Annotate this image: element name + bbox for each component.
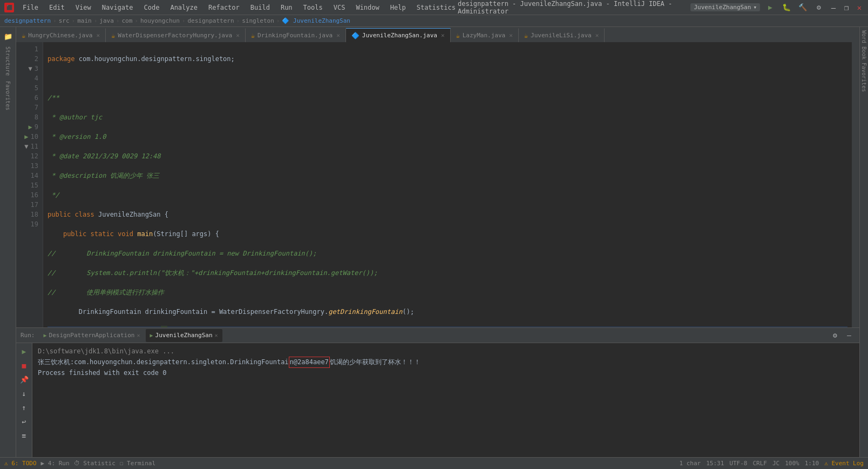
editor-scrollbar[interactable]: [852, 42, 859, 327]
build-button[interactable]: 🔨: [797, 2, 809, 14]
breadcrumb-part-3[interactable]: java: [99, 17, 114, 24]
close-button[interactable]: ✕: [855, 3, 864, 12]
wrap-button[interactable]: ↩: [18, 416, 30, 427]
status-statistic[interactable]: ⏱ Statistic: [74, 460, 116, 467]
line-2: 2: [16, 54, 38, 64]
tab-0[interactable]: ☕ HungryChinese.java ✕: [16, 28, 106, 42]
tab-1-label: WaterDispenserFactoryHungry.java: [118, 32, 232, 39]
bottom-tab-1[interactable]: ▶ JuvenileZhangSan ✕: [146, 329, 222, 342]
code-line-12: // System.out.println("饮水机："+drinkingFou…: [48, 268, 847, 278]
bottom-tab-0-close[interactable]: ✕: [137, 332, 140, 338]
pin-button[interactable]: 📌: [18, 373, 30, 385]
menu-window[interactable]: Window: [354, 3, 381, 12]
menu-tools[interactable]: Tools: [301, 3, 325, 12]
status-event-log[interactable]: ⚠ Event Log: [824, 460, 864, 467]
breadcrumb-part-8[interactable]: 🔷 JuvenileZhangSan: [282, 17, 350, 24]
bottom-tab-1-close[interactable]: ✕: [215, 332, 218, 338]
output-line-0: D:\software\jdk1.8\bin\java.exe ...: [38, 346, 854, 357]
menu-refactor[interactable]: Refactor: [206, 3, 242, 12]
tab-5-close[interactable]: ✕: [595, 32, 599, 39]
menu-vcs[interactable]: VCS: [331, 3, 348, 12]
right-sidebar: Word Book Favorites: [859, 27, 868, 457]
tab-3[interactable]: 🔷 JuvenileZhangSan.java ✕: [346, 28, 451, 42]
tab-3-close[interactable]: ✕: [441, 32, 445, 39]
menu-navigate[interactable]: Navigate: [100, 3, 135, 12]
breadcrumb-part-0[interactable]: designpattern: [4, 17, 51, 24]
bottom-settings-button[interactable]: ⚙: [829, 330, 841, 341]
settings-button[interactable]: ⚙: [813, 2, 825, 14]
bottom-tab-0-label: DesignPatternApplication: [49, 332, 135, 339]
status-terminal[interactable]: ☐ Terminal: [120, 460, 155, 467]
menu-run[interactable]: Run: [279, 3, 295, 12]
code-line-10: public static void main(String[] args) {: [48, 229, 847, 239]
status-run[interactable]: ▶ 4: Run: [41, 460, 70, 467]
tab-1[interactable]: ☕ WaterDispenserFactoryHungry.java ✕: [106, 28, 246, 42]
menu-build[interactable]: Build: [248, 3, 272, 12]
status-todo[interactable]: ⚠ 6: TODO: [4, 460, 37, 467]
breadcrumb-part-1[interactable]: src: [59, 17, 70, 24]
breadcrumb-part-2[interactable]: main: [77, 17, 92, 24]
tab-5[interactable]: ☕ JuvenileLiSi.java ✕: [519, 28, 605, 42]
tab-2-close[interactable]: ✕: [336, 32, 340, 39]
tab-1-close[interactable]: ✕: [236, 32, 240, 39]
left-sidebar: 📁 Structure Favorites: [0, 27, 16, 457]
scroll-down-button[interactable]: ↓: [18, 387, 30, 399]
tab-4-close[interactable]: ✕: [509, 32, 513, 39]
tab-2[interactable]: ☕ DrinkingFountain.java ✕: [246, 28, 346, 42]
bottom-minimize-button[interactable]: —: [843, 330, 855, 341]
sidebar-structure-label[interactable]: Structure: [5, 44, 11, 78]
line-3: ▼3: [16, 64, 38, 73]
word-book-label[interactable]: Word Book: [860, 29, 868, 61]
status-jc: JC: [772, 460, 779, 467]
run-config-selector[interactable]: JuvenileZhangSan ▾: [690, 3, 760, 11]
breadcrumb-part-6[interactable]: designpattern: [187, 17, 234, 24]
bottom-tabs-right: ⚙ —: [829, 330, 855, 341]
favorites-label[interactable]: Favorites: [860, 62, 868, 93]
tab-5-label: JuvenileLiSi.java: [531, 32, 592, 39]
bottom-tab-0[interactable]: ▶ DesignPatternApplication ✕: [39, 329, 145, 342]
run-panel-label: Run:: [21, 332, 35, 339]
run-button[interactable]: ▶: [764, 2, 776, 14]
code-line-7: * @description 饥渴的少年 张三: [48, 171, 847, 180]
breadcrumb-part-5[interactable]: houyongchun: [140, 17, 180, 24]
line-11: ▼11: [16, 142, 38, 151]
sidebar-favorites-label[interactable]: Favorites: [5, 79, 11, 112]
scroll-up-button[interactable]: ↑: [18, 401, 30, 413]
menu-edit[interactable]: Edit: [47, 3, 67, 12]
bottom-panel: Run: ▶ DesignPatternApplication ✕ ▶ Juve…: [16, 327, 859, 457]
line-7: 7: [16, 103, 38, 112]
menu-file[interactable]: File: [21, 3, 40, 12]
breadcrumb-part-4[interactable]: com: [121, 17, 132, 24]
line-13: 13: [16, 161, 38, 171]
output-text-1: 张三饮水机:com.houyongchun.designpattern.sing…: [38, 357, 289, 367]
status-line-sep[interactable]: CRLF: [752, 460, 767, 467]
breadcrumb-part-7[interactable]: singleton: [242, 17, 274, 24]
menu-statistics[interactable]: Statistics: [415, 3, 458, 12]
window-controls: JuvenileZhangSan ▾ ▶ 🐛 🔨 ⚙ — ❐ ✕: [690, 2, 864, 14]
tab-3-icon: 🔷: [351, 32, 360, 39]
code-line-2: [48, 73, 847, 83]
restore-button[interactable]: ❐: [842, 3, 851, 12]
run-again-button[interactable]: ▶: [18, 345, 30, 357]
line-18: 18: [16, 210, 38, 219]
code-content[interactable]: package com.houyongchun.designpattern.si…: [43, 42, 852, 327]
menu-help[interactable]: Help: [388, 3, 408, 12]
code-editor[interactable]: 1 2 ▼3 4 5 6 7 8 ▶9 ▶10 ▼11 12 13 14 15 …: [16, 42, 859, 327]
stop-button[interactable]: ■: [18, 359, 30, 371]
soft-wrap-button[interactable]: ≡: [18, 430, 30, 441]
menu-view[interactable]: View: [73, 3, 93, 12]
menu-code[interactable]: Code: [142, 3, 162, 12]
window-title: designpattern - JuvenileZhangSan.java - …: [458, 0, 690, 15]
sidebar-project-icon[interactable]: 📁: [1, 29, 15, 43]
status-encoding[interactable]: UTF-8: [729, 460, 747, 467]
tab-0-close[interactable]: ✕: [96, 32, 100, 39]
breadcrumb: designpattern › src › main › java › com …: [0, 15, 868, 27]
menu-analyze[interactable]: Analyze: [168, 3, 200, 12]
minimize-button[interactable]: —: [829, 3, 838, 12]
code-line-4: * @author tjc: [48, 112, 847, 122]
tab-4[interactable]: ☕ LazyMan.java ✕: [451, 28, 519, 42]
tab-2-icon: ☕: [251, 32, 255, 39]
run-config-label: JuvenileZhangSan: [694, 4, 751, 11]
status-chars: 1 char: [679, 460, 701, 467]
debug-button[interactable]: 🐛: [781, 2, 792, 14]
